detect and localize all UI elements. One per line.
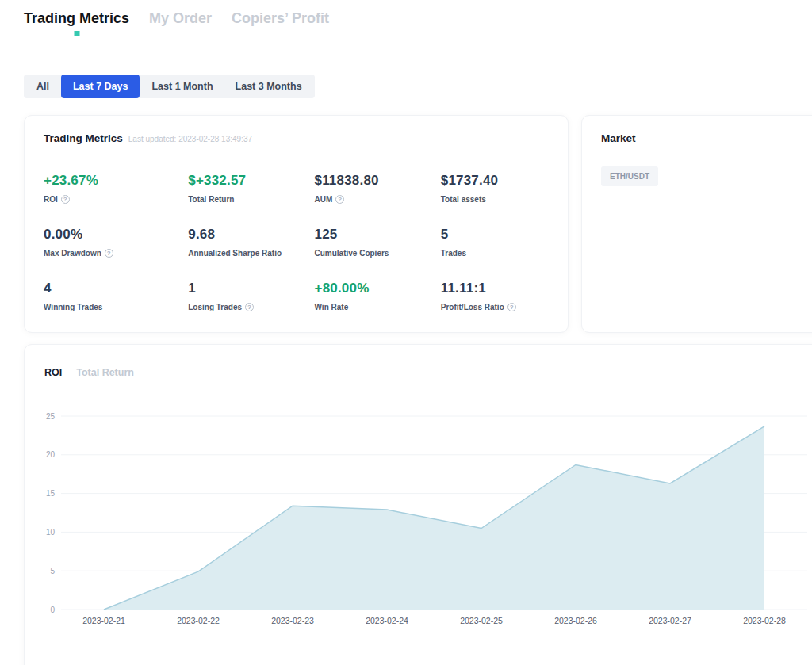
market-pair-tag[interactable]: ETH/USDT bbox=[601, 166, 658, 186]
stat-label: Trades bbox=[441, 249, 466, 258]
tab-label: Copiers’ Profit bbox=[232, 10, 329, 26]
market-card-title: Market bbox=[601, 132, 636, 144]
tab-label: My Order bbox=[149, 10, 212, 26]
stat-losing-trades: 1 Losing Trades? bbox=[170, 271, 296, 325]
filter-last-3-months[interactable]: Last 3 Months bbox=[225, 77, 312, 96]
help-icon[interactable]: ? bbox=[105, 249, 113, 258]
time-range-filter: All Last 7 Days Last 1 Month Last 3 Mont… bbox=[24, 75, 315, 98]
stat-winning-trades: 4 Winning Trades bbox=[44, 271, 170, 325]
stat-win-rate: +80.00% Win Rate bbox=[297, 271, 423, 325]
tab-copiers-profit[interactable]: Copiers’ Profit bbox=[232, 10, 329, 36]
stat-roi: +23.67% ROI? bbox=[44, 163, 170, 217]
active-tab-indicator bbox=[74, 31, 79, 36]
stat-value: $1737.40 bbox=[441, 173, 549, 189]
svg-text:2023-02-22: 2023-02-22 bbox=[177, 616, 220, 625]
svg-text:2023-02-28: 2023-02-28 bbox=[743, 616, 786, 625]
svg-text:2023-02-23: 2023-02-23 bbox=[271, 616, 314, 625]
trading-metrics-card: Trading Metrics Last updated: 2023-02-28… bbox=[24, 115, 569, 333]
svg-text:25: 25 bbox=[46, 412, 56, 421]
svg-text:10: 10 bbox=[46, 528, 56, 537]
stat-profit-loss-ratio: 11.11:1 Profit/Loss Ratio? bbox=[423, 271, 549, 325]
stat-value: +80.00% bbox=[315, 281, 423, 296]
stat-value: $11838.80 bbox=[315, 173, 423, 189]
stat-label: Win Rate bbox=[315, 303, 349, 311]
stat-value: 4 bbox=[44, 281, 170, 296]
svg-text:2023-02-26: 2023-02-26 bbox=[554, 616, 597, 625]
stat-value: $+332.57 bbox=[188, 173, 296, 189]
svg-text:2023-02-21: 2023-02-21 bbox=[82, 616, 125, 625]
svg-text:15: 15 bbox=[46, 489, 56, 498]
stats-grid: +23.67% ROI? $+332.57 Total Return $1183… bbox=[44, 163, 549, 325]
svg-text:2023-02-25: 2023-02-25 bbox=[460, 616, 503, 625]
page-tabs: Trading Metrics My Order Copiers’ Profit bbox=[24, 10, 329, 36]
metrics-card-title: Trading Metrics bbox=[44, 132, 123, 144]
filter-all[interactable]: All bbox=[26, 77, 59, 96]
stat-label: Total Return bbox=[188, 195, 234, 204]
stat-value: 11.11:1 bbox=[441, 281, 549, 296]
stat-value: 0.00% bbox=[44, 227, 170, 243]
stat-value: +23.67% bbox=[44, 173, 170, 189]
tab-trading-metrics[interactable]: Trading Metrics bbox=[24, 10, 129, 36]
stat-sharpe-ratio: 9.68 Annualized Sharpe Ratio bbox=[170, 217, 296, 271]
tab-my-order[interactable]: My Order bbox=[149, 10, 212, 36]
stat-value: 125 bbox=[315, 227, 423, 243]
last-updated-text: Last updated: 2023-02-28 13:49:37 bbox=[128, 135, 252, 143]
stat-trades: 5 Trades bbox=[423, 217, 549, 271]
stat-value: 1 bbox=[188, 281, 296, 296]
help-icon[interactable]: ? bbox=[508, 303, 516, 311]
stat-total-return: $+332.57 Total Return bbox=[170, 163, 296, 217]
stat-label: Cumulative Copiers bbox=[315, 249, 389, 258]
svg-text:5: 5 bbox=[50, 567, 55, 575]
help-icon[interactable]: ? bbox=[245, 303, 254, 311]
stat-label: Total assets bbox=[441, 195, 486, 204]
stat-label: Profit/Loss Ratio bbox=[441, 303, 504, 311]
svg-text:2023-02-24: 2023-02-24 bbox=[366, 616, 408, 625]
stat-cumulative-copiers: 125 Cumulative Copiers bbox=[297, 217, 423, 271]
stat-value: 9.68 bbox=[188, 227, 296, 243]
svg-text:2023-02-27: 2023-02-27 bbox=[649, 616, 691, 625]
metrics-card-header: Trading Metrics Last updated: 2023-02-28… bbox=[44, 132, 252, 144]
market-card-header: Market bbox=[601, 132, 636, 144]
roi-chart-card: ROI Total Return 05101520252023-02-21202… bbox=[24, 344, 812, 665]
stat-label: Max Drawdown bbox=[44, 249, 102, 258]
svg-text:0: 0 bbox=[50, 606, 55, 614]
filter-last-7-days[interactable]: Last 7 Days bbox=[61, 75, 140, 98]
stat-aum: $11838.80 AUM? bbox=[297, 163, 423, 217]
stat-total-assets: $1737.40 Total assets bbox=[423, 163, 549, 217]
stat-label: ROI bbox=[44, 195, 58, 204]
stat-max-drawdown: 0.00% Max Drawdown? bbox=[44, 217, 170, 271]
svg-text:20: 20 bbox=[46, 450, 56, 459]
help-icon[interactable]: ? bbox=[61, 195, 70, 204]
stat-label: Annualized Sharpe Ratio bbox=[188, 249, 282, 258]
stat-label: AUM bbox=[315, 195, 333, 204]
roi-chart: 05101520252023-02-212023-02-222023-02-23… bbox=[25, 345, 812, 665]
stat-label: Winning Trades bbox=[44, 303, 102, 311]
help-icon[interactable]: ? bbox=[335, 195, 344, 204]
filter-last-1-month[interactable]: Last 1 Month bbox=[141, 77, 223, 96]
tab-label: Trading Metrics bbox=[24, 10, 129, 26]
market-card: Market ETH/USDT bbox=[581, 115, 812, 333]
stat-value: 5 bbox=[441, 227, 549, 243]
stat-label: Losing Trades bbox=[188, 303, 242, 311]
